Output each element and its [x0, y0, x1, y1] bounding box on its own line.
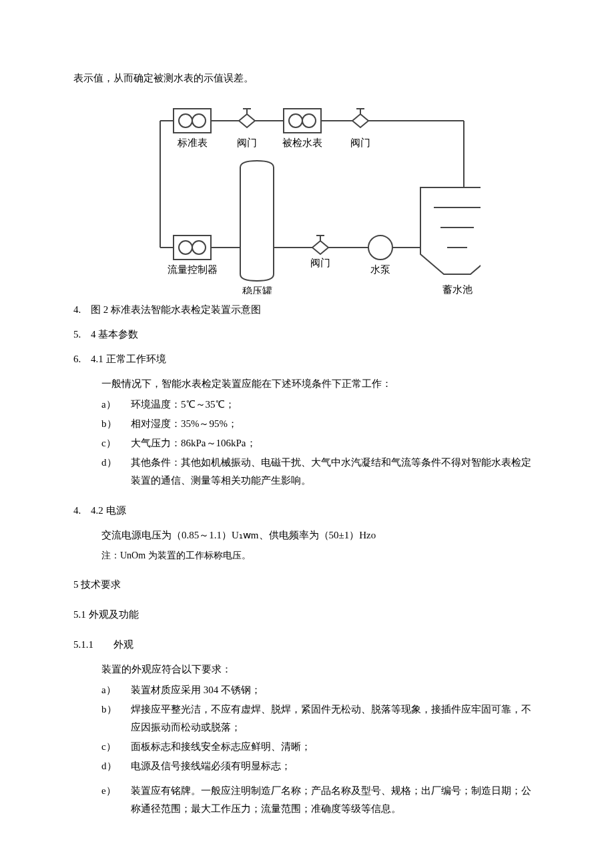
env-d-marker: d） — [101, 454, 131, 490]
schematic-diagram: 标准表 阀门 被检水表 阀门 流量控制器 稳压罐 阀门 水泵 蓄水池 — [73, 101, 541, 294]
appearance-a-marker: a） — [101, 681, 131, 699]
appearance-e-text: 装置应有铭牌。一般应注明制造厂名称；产品名称及型号、规格；出厂编号；制造日期；公… — [131, 782, 541, 818]
appearance-b-marker: b） — [101, 701, 131, 737]
label-valve-3: 阀门 — [310, 258, 330, 268]
power-heading-text: 4.2 电源 — [91, 502, 126, 520]
appearance-d: d） 电源及信号接线端必须有明显标志； — [101, 757, 541, 775]
svg-point-22 — [368, 236, 392, 260]
label-valve-1: 阀门 — [237, 137, 257, 148]
env-c: c） 大气压力：86kPa～106kPa； — [101, 434, 541, 452]
label-pressure-tank: 稳压罐 — [242, 286, 272, 294]
appearance-intro: 装置的外观应符合以下要求： — [101, 661, 541, 679]
item-4: 4. 图 2 标准表法智能水表检定装置示意图 — [73, 301, 541, 319]
env-a-marker: a） — [101, 396, 131, 414]
item-5-text: 4 基本参数 — [91, 326, 138, 344]
label-std-meter: 标准表 — [177, 137, 208, 148]
appearance-b-text: 焊接应平整光洁，不应有虚焊、脱焊，紧固件无松动、脱落等现象，接插件应牢固可靠，不… — [131, 701, 541, 737]
item-5: 5. 4 基本参数 — [73, 326, 541, 344]
power-heading-num: 4. — [73, 502, 91, 520]
tech-req-heading: 5 技术要求 — [73, 576, 541, 594]
env-b-text: 相对湿度：35%～95%； — [131, 415, 541, 433]
env-d: d） 其他条件：其他如机械振动、电磁干扰、大气中水汽凝结和气流等条件不得对智能水… — [101, 454, 541, 490]
label-flow-controller: 流量控制器 — [168, 264, 218, 275]
power-note: 注：UnOm 为装置的工作标称电压。 — [101, 547, 541, 564]
appearance-sub-heading: 5.1.1 外观 — [73, 636, 541, 654]
appearance-b: b） 焊接应平整光洁，不应有虚焊、脱焊，紧固件无松动、脱落等现象，接插件应牢固可… — [101, 701, 541, 737]
env-intro: 一般情况下，智能水表检定装置应能在下述环境条件下正常工作： — [101, 375, 541, 393]
env-d-text: 其他条件：其他如机械振动、电磁干扰、大气中水汽凝结和气流等条件不得对智能水表检定… — [131, 454, 541, 490]
env-a-text: 环境温度：5℃～35℃； — [131, 396, 541, 414]
appearance-e: e） 装置应有铭牌。一般应注明制造厂名称；产品名称及型号、规格；出厂编号；制造日… — [101, 782, 541, 818]
item-6-num: 6. — [73, 350, 91, 368]
env-a: a） 环境温度：5℃～35℃； — [101, 396, 541, 414]
power-line: 交流电源电压为（0.85～1.1）U₁ᴡm、供电频率为（50±1）Hzo — [101, 526, 541, 544]
appearance-e-marker: e） — [101, 782, 131, 818]
item-4-text: 图 2 标准表法智能水表检定装置示意图 — [91, 301, 261, 319]
item-4-num: 4. — [73, 301, 91, 319]
label-valve-2: 阀门 — [350, 137, 370, 148]
env-c-text: 大气压力：86kPa～106kPa； — [131, 434, 541, 452]
env-c-marker: c） — [101, 434, 131, 452]
label-reservoir: 蓄水池 — [442, 284, 473, 294]
appearance-c-marker: c） — [101, 738, 131, 756]
item-6-text: 4.1 正常工作环境 — [91, 350, 166, 368]
appearance-c: c） 面板标志和接线安全标志应鲜明、清晰； — [101, 738, 541, 756]
env-b: b） 相对湿度：35%～95%； — [101, 415, 541, 433]
item-5-num: 5. — [73, 326, 91, 344]
label-pump: 水泵 — [370, 264, 390, 275]
env-b-marker: b） — [101, 415, 131, 433]
appearance-c-text: 面板标志和接线安全标志应鲜明、清晰； — [131, 738, 541, 756]
item-6: 6. 4.1 正常工作环境 — [73, 350, 541, 368]
power-heading: 4. 4.2 电源 — [73, 502, 541, 520]
appearance-d-text: 电源及信号接线端必须有明显标志； — [131, 757, 541, 775]
appearance-d-marker: d） — [101, 757, 131, 775]
appearance-a: a） 装置材质应采用 304 不锈钢； — [101, 681, 541, 699]
appearance-heading: 5.1 外观及功能 — [73, 606, 541, 624]
intro-text: 表示值，从而确定被测水表的示值误差。 — [73, 69, 541, 87]
label-tested-meter: 被检水表 — [282, 137, 322, 148]
appearance-a-text: 装置材质应采用 304 不锈钢； — [131, 681, 541, 699]
